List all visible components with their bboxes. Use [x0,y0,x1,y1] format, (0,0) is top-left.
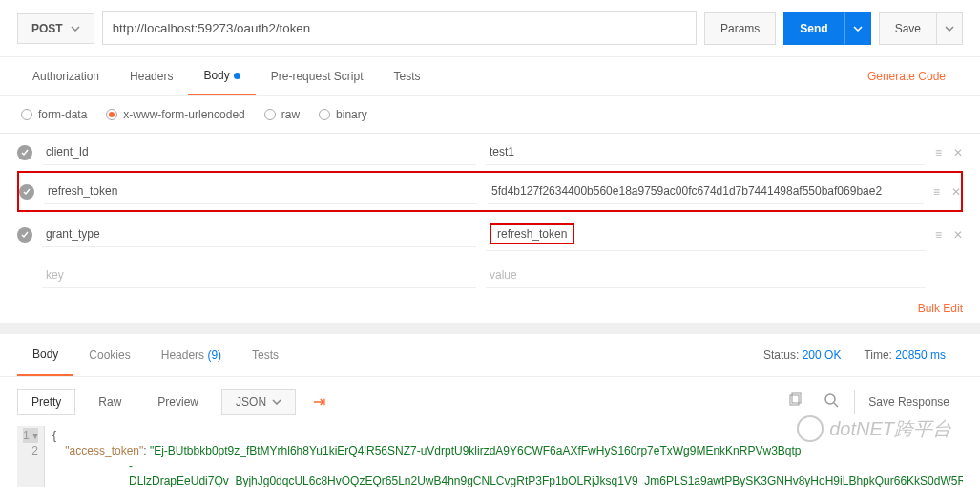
check-icon[interactable] [19,184,34,200]
chevron-down-icon [945,26,954,32]
param-key-input[interactable]: key [42,263,476,288]
param-key-input[interactable]: refresh_token [44,179,478,204]
method-label: POST [31,22,63,35]
delete-icon[interactable]: ✕ [953,146,963,159]
radio-icon [319,109,330,120]
search-icon[interactable] [818,387,844,416]
radio-icon [106,109,117,120]
param-row: refresh_token 5fd4b127f2634400b560e18a97… [17,171,963,212]
param-row: client_Id test1 ≡✕ [17,134,963,171]
send-dropdown[interactable] [844,12,871,45]
radio-icon [21,109,32,120]
tab-headers[interactable]: Headers [115,58,188,95]
method-select[interactable]: POST [17,13,94,44]
view-preview-button[interactable]: Preview [144,390,212,414]
line-gutter: 1 ▾2 3456 [17,426,45,487]
view-raw-button[interactable]: Raw [85,390,135,414]
radio-formdata[interactable]: form-data [21,108,87,121]
param-key-input[interactable]: grant_type [42,222,476,247]
watermark: dotNET跨平台 [797,415,951,442]
drag-icon[interactable]: ≡ [935,146,942,159]
check-icon[interactable] [17,145,32,160]
modified-dot-icon [234,73,240,79]
url-input[interactable] [102,11,697,45]
resp-tab-headers[interactable]: Headers (9) [146,335,237,375]
param-value-input[interactable]: test1 [486,139,926,165]
svg-line-3 [834,403,838,407]
tab-prerequest[interactable]: Pre-request Script [256,58,379,95]
save-response-button[interactable]: Save Response [854,390,963,414]
params-button[interactable]: Params [704,12,776,45]
delete-icon[interactable]: ✕ [951,185,961,199]
bulk-edit-link[interactable]: Bulk Edit [901,294,980,323]
param-row-empty: key value ≡✕ [17,257,963,294]
chevron-down-icon [272,399,281,405]
resp-tab-cookies[interactable]: Cookies [73,335,145,375]
radio-urlencoded[interactable]: x-www-form-urlencoded [106,108,244,121]
delete-icon[interactable]: ✕ [953,228,963,242]
check-icon[interactable] [17,227,32,243]
resp-tab-tests[interactable]: Tests [237,335,294,375]
tab-body[interactable]: Body [188,57,255,95]
format-select[interactable]: JSON [221,389,296,415]
chevron-down-icon [71,26,80,32]
generate-code-link[interactable]: Generate Code [850,58,963,95]
radio-binary[interactable]: binary [319,108,367,121]
time-label: Time: 20850 ms [864,349,946,362]
resp-tab-body[interactable]: Body [17,334,73,376]
param-value-input[interactable]: 5fd4b127f2634400b560e18a9759ac00fc674d1d… [488,179,924,204]
drag-icon[interactable]: ≡ [933,185,940,199]
param-key-input[interactable]: client_Id [42,139,476,165]
radio-icon [264,109,276,120]
status-label: Status: 200 OK [763,349,841,362]
radio-raw[interactable]: raw [264,108,300,121]
view-pretty-button[interactable]: Pretty [17,389,75,415]
save-dropdown[interactable] [937,12,963,45]
save-button[interactable]: Save [879,12,937,45]
param-row: grant_type refresh_token ≡✕ [17,212,963,257]
drag-icon[interactable]: ≡ [935,228,942,242]
wrap-icon[interactable]: ⇥ [305,389,333,414]
tab-authorization[interactable]: Authorization [17,58,115,95]
param-value-input[interactable]: value [486,263,926,288]
copy-icon[interactable] [782,387,808,416]
send-button[interactable]: Send [783,12,844,45]
tab-tests[interactable]: Tests [378,58,435,95]
svg-point-2 [825,394,835,404]
chevron-down-icon [853,26,863,32]
param-value-input[interactable]: refresh_token [486,218,926,251]
